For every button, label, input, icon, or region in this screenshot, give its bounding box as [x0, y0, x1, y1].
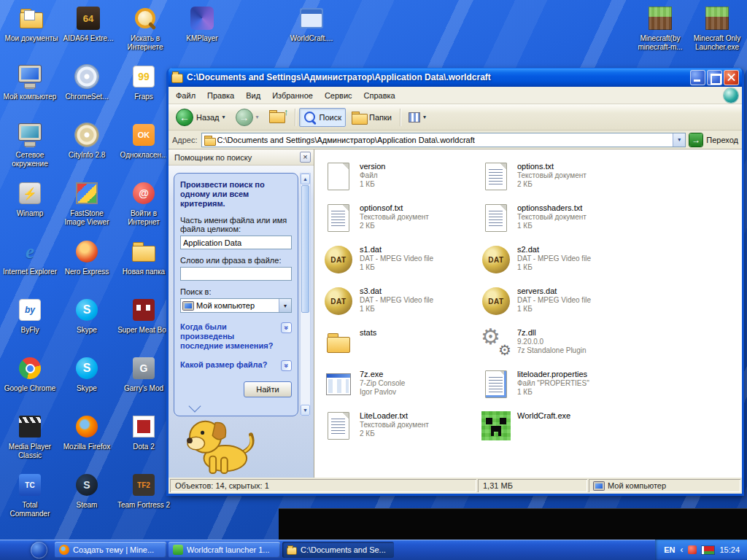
taskbar-task[interactable]: C:\Documents and Se... [282, 542, 394, 558]
desktop-icon-winamp[interactable]: ⚡Winamp [1, 179, 58, 238]
desktop-icon-skype[interactable]: SSkype [58, 296, 115, 354]
menu-item-5[interactable]: Справка [358, 88, 401, 103]
file-item[interactable]: LiteLoader.txtТекстовый документ2 КБ [322, 409, 479, 451]
title-bar[interactable]: C:\Documents and Settings\Администратор\… [169, 68, 742, 87]
scroll-down-icon[interactable]: ▼ [301, 405, 310, 416]
views-dropdown-icon[interactable]: ▾ [423, 114, 426, 120]
file-item[interactable]: 7z.dll9.20.0.07z Standalone Plugin [479, 326, 637, 368]
desktop-icon-clapper[interactable]: Media Player Classic [1, 413, 58, 471]
file-item[interactable]: stats [322, 326, 479, 368]
menu-item-4[interactable]: Сервис [319, 88, 358, 103]
file-size-link[interactable]: Какой размер файла? » [180, 360, 292, 371]
address-label: Адрес: [172, 136, 198, 144]
desktop-icon-label: Internet Explorer [3, 268, 57, 276]
file-item[interactable]: DATs3.datDAT - MPEG Video file1 КБ [322, 284, 479, 326]
desktop-icon-nero[interactable]: Nero Express [58, 238, 115, 296]
search-submit-button[interactable]: Найти [244, 381, 292, 397]
desktop-icon-byfly[interactable]: byByFly [1, 296, 58, 354]
up-button[interactable]: ↑ [265, 107, 291, 128]
close-button[interactable] [724, 70, 739, 85]
back-dropdown-icon[interactable]: ▾ [222, 114, 225, 120]
go-label[interactable]: Переход [706, 136, 738, 144]
menu-item-0[interactable]: Файл [170, 88, 201, 103]
file-item[interactable]: options.txtТекстовый документ2 КБ [479, 160, 637, 201]
desktop-icon-monitor[interactable]: Мой компьютер [1, 63, 58, 121]
scroll-up-icon[interactable]: ▲ [301, 174, 310, 184]
start-button[interactable] [31, 542, 47, 559]
filename-input[interactable] [180, 236, 292, 249]
maximize-button[interactable] [707, 70, 722, 85]
desktop-icon-faststone[interactable]: FastStone Image Viewer [58, 179, 115, 238]
magnifier-icon [133, 7, 157, 30]
desktop-icon-grass[interactable]: Minecraft Only Launcher.exe [689, 4, 746, 52]
desktop-icon-ok[interactable]: OKОднокласен... [115, 121, 172, 179]
modified-date-link[interactable]: Когда были произведены последние изменен… [180, 322, 292, 351]
file-item[interactable]: WorldCraft.exe [479, 409, 637, 451]
desktop-icon-meatboy[interactable]: Super Meat Boy [115, 296, 172, 354]
file-item[interactable]: 7z.exe7-Zip ConsoleIgor Pavlov [322, 368, 479, 409]
antivirus-tray-icon[interactable] [688, 545, 697, 554]
file-item[interactable]: liteloader.propertiesФайл "PROPERTIES"1 … [479, 368, 637, 409]
file-item[interactable]: DATservers.datDAT - MPEG Video file1 КБ [479, 284, 637, 326]
desktop-icon-steam[interactable]: SSteam [58, 471, 115, 529]
menu-item-1[interactable]: Правка [201, 88, 240, 103]
address-dropdown-icon[interactable]: ▾ [673, 133, 685, 147]
desktop-icon-skype[interactable]: SSkype [58, 354, 115, 413]
menu-item-2[interactable]: Вид [240, 88, 266, 103]
desktop-icon-tf2[interactable]: TF2Team Fortress 2 [115, 471, 172, 529]
minimize-button[interactable] [690, 70, 705, 85]
back-button[interactable]: Назад ▾ [171, 106, 230, 129]
desktop-icon-network[interactable]: Сетевое окружение [1, 121, 58, 179]
chevron-down-icon[interactable]: » [281, 322, 292, 333]
file-name: s2.dat [517, 245, 591, 254]
language-indicator[interactable]: EN [664, 545, 675, 554]
select-dropdown-icon[interactable]: ▾ [279, 299, 291, 312]
file-item[interactable]: DATs2.datDAT - MPEG Video file1 КБ [479, 243, 637, 284]
desktop-icon-chrome[interactable]: Google Chrome [1, 354, 58, 413]
chevron-down-icon2[interactable]: » [281, 360, 292, 371]
word-input[interactable] [180, 267, 292, 281]
file-item[interactable]: versionФайл1 КБ [322, 160, 479, 201]
desktop-icon-folder-docs[interactable]: Мои документы [3, 4, 60, 52]
desktop-icon-fraps[interactable]: 99Fraps [115, 63, 172, 121]
desktop-icon-dota[interactable]: Dota 2 [115, 413, 172, 471]
desktop-icon-app-window[interactable]: WorldCraft.... [283, 4, 340, 43]
folder-icon [325, 331, 352, 354]
desktop-icon-ie[interactable]: eInternet Explorer [1, 238, 58, 296]
forward-button[interactable]: ▾ [231, 106, 263, 129]
taskbar-task[interactable]: Создать тему | Mine... [55, 542, 166, 558]
search-toolbar-button[interactable]: Поиск [299, 108, 346, 127]
desktop-icon-label: Team Fortress 2 [117, 501, 170, 510]
desktop-icon-kmplayer[interactable]: KMPlayer [174, 4, 231, 52]
address-bar: Адрес: C:\Documents and Settings\Админис… [169, 131, 742, 149]
folders-button[interactable]: Папки [347, 109, 396, 126]
desktop-icon-grass[interactable]: Minecraft(by minecraft-m... [632, 4, 689, 52]
desktop-icon-label: Однокласен... [120, 151, 168, 160]
address-input[interactable]: C:\Documents and Settings\Администратор\… [201, 133, 686, 147]
grass-icon [705, 7, 729, 30]
scrollbar-thumb[interactable] [301, 185, 309, 313]
desktop-icon-gmod[interactable]: GGarry's Mod [115, 354, 172, 413]
desktop-icon-tc[interactable]: TCTotal Commander [1, 471, 58, 529]
go-icon[interactable]: → [689, 133, 703, 147]
search-dog-mascot[interactable] [180, 413, 262, 476]
search-scope-select[interactable]: Мой компьютер ▾ [180, 298, 292, 313]
file-item[interactable]: optionsshaders.txtТекстовый документ1 КБ [479, 201, 637, 243]
search-pane-close-icon[interactable]: × [300, 152, 311, 163]
search-pane-scrollbar[interactable]: ▲ ▼ [300, 173, 311, 416]
desktop-icon-cd2[interactable]: CityInfo 2.8 [58, 121, 115, 179]
file-item[interactable]: optionsof.txtТекстовый документ2 КБ [322, 201, 479, 243]
desktop-icon-folder-plain[interactable]: Новая папка [115, 238, 172, 296]
tray-chevron-icon[interactable]: ‹ [680, 545, 683, 555]
status-location: Мой компьютер [589, 479, 740, 492]
desktop-icon-dialer[interactable]: @Войти в Интернет [115, 179, 172, 238]
menu-item-3[interactable]: Избранное [266, 88, 319, 103]
desktop-icon-magnifier[interactable]: Искать в Интернете [117, 4, 174, 52]
desktop-icon-aida64[interactable]: 64AIDA64 Extre... [60, 4, 117, 52]
flag-tray-icon[interactable] [702, 546, 714, 554]
desktop-icon-firefox[interactable]: Mozilla Firefox [58, 413, 115, 471]
file-item[interactable]: DATs1.datDAT - MPEG Video file1 КБ [322, 243, 479, 284]
views-button[interactable]: ▾ [404, 109, 430, 125]
taskbar-task[interactable]: Worldcraft launcher 1... [169, 542, 280, 558]
desktop-icon-cd[interactable]: ChromeSet... [58, 63, 115, 121]
